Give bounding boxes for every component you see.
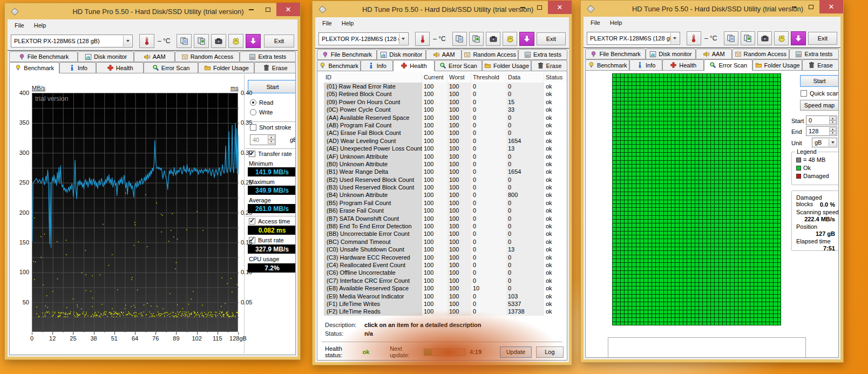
copy-text-button[interactable] bbox=[452, 32, 467, 46]
table-row[interactable]: (AB) Program Fail Count10010000ok bbox=[324, 121, 567, 129]
tab-file-benchmark[interactable]: File Benchmark bbox=[9, 51, 78, 62]
copy-image-button[interactable] bbox=[194, 34, 209, 48]
column-header[interactable]: Worst bbox=[447, 72, 471, 83]
write-radio[interactable]: Write bbox=[250, 109, 273, 115]
menu-help[interactable]: Help bbox=[29, 21, 51, 30]
minimize-button[interactable] bbox=[514, 1, 531, 14]
titlebar[interactable]: HD Tune Pro 5.50 - Hard Disk/SSD Utility… bbox=[8, 3, 297, 19]
spin-up-icon[interactable]: ▲ bbox=[829, 127, 836, 131]
column-header[interactable]: Threshold bbox=[471, 72, 506, 83]
table-row[interactable]: (F1) LifeTime Writes10010005337ok bbox=[324, 300, 567, 308]
spin-down-icon[interactable]: ▼ bbox=[268, 140, 275, 144]
titlebar[interactable]: HD Tune Pro 5.50 - Hard Disk/SSD Utility… bbox=[584, 1, 840, 17]
table-row[interactable]: (B8) End To End Error Detection10010000o… bbox=[324, 222, 567, 230]
menu-file[interactable]: File bbox=[10, 21, 29, 30]
tab-health[interactable]: Health bbox=[662, 59, 704, 70]
tab-disk-monitor[interactable]: Disk monitor bbox=[377, 49, 426, 60]
table-row[interactable]: (B7) SATA Downshift Count10010000ok bbox=[324, 215, 567, 222]
quick-scan-checkbox[interactable]: Quick scan bbox=[801, 90, 839, 97]
screenshot-button[interactable] bbox=[486, 32, 500, 46]
tab-aam[interactable]: AAM bbox=[426, 49, 462, 60]
menu-help[interactable]: Help bbox=[605, 18, 627, 28]
drive-selector[interactable]: PLEXTOR PX-128M6S (128 gB) bbox=[11, 35, 133, 47]
minimize-button[interactable] bbox=[243, 3, 260, 16]
table-row[interactable]: (E8) Available Reserved Space100100100ok bbox=[324, 284, 567, 292]
close-button[interactable]: ✕ bbox=[548, 1, 572, 14]
table-row[interactable]: (C3) Hardware ECC Recovered10010000ok bbox=[324, 254, 567, 261]
burst-rate-checkbox[interactable]: Burst rate bbox=[249, 237, 284, 243]
temperature-button[interactable] bbox=[687, 31, 701, 45]
tab-folder-usage[interactable]: Folder Usage bbox=[752, 59, 802, 70]
short-stroke-checkbox[interactable]: Short stroke bbox=[250, 124, 291, 131]
table-row[interactable]: (E9) Media Wearout Indicator1001000103ok bbox=[324, 293, 567, 300]
table-row[interactable]: (B0) Unknown Attribute10010000ok bbox=[324, 160, 567, 168]
tab-info[interactable]: Info bbox=[629, 59, 662, 70]
screenshot-button[interactable] bbox=[211, 34, 226, 48]
table-row[interactable]: (B5) Program Fail Count10010000ok bbox=[324, 199, 567, 207]
table-row[interactable]: (C6) Offline Uncorrectable10010000ok bbox=[324, 269, 567, 276]
tab-random-access[interactable]: Random Access bbox=[732, 49, 789, 59]
column-header[interactable]: Status bbox=[544, 72, 567, 83]
column-header[interactable]: Data bbox=[506, 72, 544, 83]
table-row[interactable]: (C0) Unsafe Shutdown Count100100013ok bbox=[324, 246, 567, 253]
copy-image-button[interactable] bbox=[469, 32, 484, 46]
spinner-buttons[interactable]: ▲▼ bbox=[268, 135, 275, 144]
save-results-button[interactable] bbox=[791, 31, 805, 45]
tab-extra-tests[interactable]: Extra tests bbox=[240, 51, 296, 62]
tab-random-access[interactable]: Random Access bbox=[462, 49, 518, 60]
screenshot-button[interactable] bbox=[757, 31, 772, 45]
maximize-button[interactable] bbox=[803, 0, 819, 13]
tab-aam[interactable]: AAM bbox=[134, 51, 175, 62]
menu-help[interactable]: Help bbox=[337, 18, 359, 28]
table-row[interactable]: (C4) Reallocated Event Count10010000ok bbox=[324, 261, 567, 269]
table-row[interactable]: (0C) Power Cycle Count100100033ok bbox=[324, 106, 567, 113]
copy-text-button[interactable] bbox=[724, 31, 738, 45]
exit-button[interactable]: Exit bbox=[264, 35, 294, 47]
save-results-button[interactable] bbox=[246, 34, 261, 48]
tab-erase[interactable]: Erase bbox=[254, 62, 296, 73]
table-row[interactable]: (B1) Wear Range Delta10010001654ok bbox=[324, 168, 567, 175]
table-row[interactable]: (B6) Erase Fail Count10010000ok bbox=[324, 207, 567, 214]
tab-file-benchmark[interactable]: File Benchmark bbox=[317, 49, 377, 60]
menu-file[interactable]: File bbox=[586, 18, 605, 28]
table-row[interactable]: (F2) LifeTime Reads100100013738ok bbox=[324, 308, 567, 315]
tab-health[interactable]: Health bbox=[393, 60, 434, 71]
table-row[interactable]: (B3) Used Reserved Block Count10010000ok bbox=[324, 183, 567, 191]
menu-file[interactable]: File bbox=[317, 18, 337, 28]
table-row[interactable]: (05) Retired Block Count10010000ok bbox=[324, 90, 567, 98]
spin-down-icon[interactable]: ▼ bbox=[829, 131, 836, 135]
temperature-button[interactable] bbox=[415, 32, 430, 46]
temperature-button[interactable] bbox=[139, 34, 154, 48]
tab-error-scan[interactable]: Error Scan bbox=[144, 62, 199, 73]
short-stroke-size-field[interactable]: 40 ▲▼ bbox=[250, 134, 276, 145]
table-row[interactable]: (AE) Unexpected Power Loss Count10010001… bbox=[324, 145, 567, 152]
minimize-button[interactable] bbox=[786, 0, 803, 13]
unit-dropdown[interactable]: gB bbox=[812, 138, 837, 147]
spin-up-icon[interactable]: ▲ bbox=[268, 135, 275, 140]
table-row[interactable]: (01) Raw Read Error Rate10010000ok bbox=[324, 83, 567, 90]
table-row[interactable]: (AD) Wear Leveling Count10010001654ok bbox=[324, 137, 567, 145]
table-row[interactable]: (09) Power On Hours Count100100015ok bbox=[324, 98, 567, 106]
tab-erase[interactable]: Erase bbox=[531, 60, 567, 71]
tab-info[interactable]: Info bbox=[361, 60, 393, 71]
tab-error-scan[interactable]: Error Scan bbox=[704, 59, 752, 71]
table-row[interactable]: (AF) Unknown Attribute10010000ok bbox=[324, 153, 567, 160]
tab-health[interactable]: Health bbox=[96, 62, 143, 73]
table-row[interactable]: (B4) Unknown Attribute1001000800ok bbox=[324, 191, 567, 199]
drive-selector[interactable]: PLEXTOR PX-128M6S (128 gB) bbox=[318, 32, 409, 45]
tab-file-benchmark[interactable]: File Benchmark bbox=[585, 49, 646, 59]
scan-end-field[interactable]: 128 ▲▼ bbox=[806, 126, 837, 136]
tab-extra-tests[interactable]: Extra tests bbox=[789, 49, 839, 59]
transfer-rate-checkbox[interactable]: Transfer rate bbox=[249, 151, 292, 157]
tab-random-access[interactable]: Random Access bbox=[175, 51, 240, 62]
tab-folder-usage[interactable]: Folder Usage bbox=[482, 60, 531, 71]
column-header[interactable]: ID bbox=[324, 72, 422, 83]
table-row[interactable]: (AA) Available Reserved Space10010000ok bbox=[324, 114, 567, 121]
tab-aam[interactable]: AAM bbox=[696, 49, 732, 59]
table-row[interactable]: (C7) Interface CRC Error Count10010000ok bbox=[324, 277, 567, 284]
table-row[interactable]: (BB) Uncorrectable Error Count10010000ok bbox=[324, 230, 567, 237]
close-button[interactable]: ✕ bbox=[819, 0, 843, 13]
column-header[interactable]: Current bbox=[422, 72, 447, 83]
start-benchmark-button[interactable]: Start bbox=[248, 80, 296, 93]
spin-down-icon[interactable]: ▼ bbox=[829, 120, 836, 124]
